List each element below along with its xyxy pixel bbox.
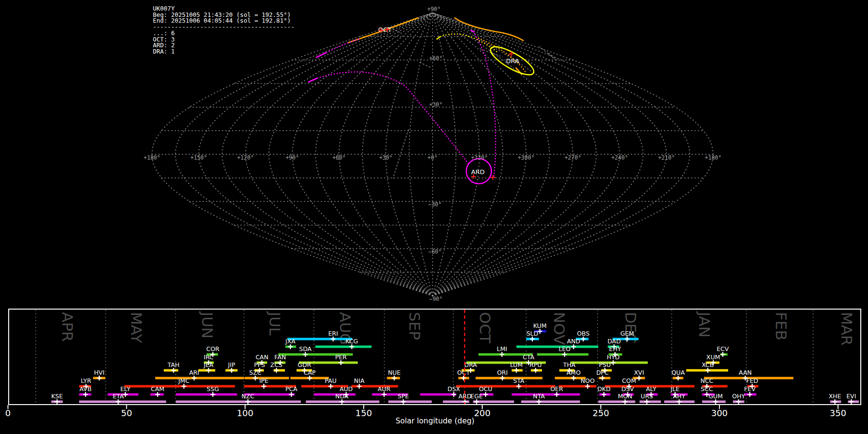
peak-marker (288, 344, 293, 349)
peak-marker (571, 344, 576, 349)
shower-code-label: GDR (298, 361, 311, 368)
session-info: UK007Y Beg: 20251005 21:43:20 (sol = 192… (153, 6, 295, 55)
x-tick-label: 0 (5, 408, 11, 418)
shower-code-label: DAD (608, 338, 621, 345)
shower-code-label: AUR (378, 385, 391, 393)
peak-marker (601, 392, 606, 397)
shower-activity-AVB: AVB (79, 385, 92, 397)
shower-activity-DPC: DPC (596, 369, 610, 380)
peak-marker (676, 376, 680, 380)
longitude-label: +210° (658, 154, 675, 161)
peak-marker (500, 376, 505, 380)
longitude-label: +180° (144, 154, 161, 161)
shower-code-label: COR (206, 345, 220, 353)
shower-code-label: ARI (189, 369, 199, 376)
shower-code-label: ALY (646, 385, 657, 393)
activity-bar (314, 393, 355, 396)
shower-code-label: SSG (207, 385, 219, 393)
month-label-MAR: MAR (838, 312, 855, 346)
shower-code-label: LMI (497, 345, 507, 353)
activity-bar (516, 346, 598, 348)
peak-marker (155, 392, 160, 397)
shower-code-label: ETA (113, 393, 124, 400)
shower-activity-QUA: QUA (672, 369, 685, 380)
peak-marker (339, 360, 343, 365)
shower-code-label: DPC (596, 369, 609, 376)
shower-code-label: ERI (328, 330, 338, 337)
latitude-label: +90° (427, 6, 441, 13)
shower-activity-TAH: TAH (164, 361, 180, 373)
shower-code-label: EVI (846, 393, 856, 400)
shower-code-label: OCT (457, 369, 470, 376)
ARD-meteor-2-extension (317, 72, 469, 164)
peak-marker (392, 376, 397, 380)
latitude-label: +30° (429, 101, 443, 108)
shower-activity-CAP: CAP (290, 369, 329, 380)
peak-marker (623, 399, 627, 404)
radiant-label-DRA: DRA (506, 57, 519, 65)
shower-activity-SLD: SLD (526, 330, 539, 341)
shower-code-label: DSV (622, 385, 635, 393)
shower-code-label: PAU (325, 377, 337, 384)
shower-activity-timeline: APRMAYJUNJULAUGSEPOCTNOVDECJANFEBMAR0501… (5, 309, 861, 418)
shower-activity-EVI: EVI (846, 393, 859, 404)
shower-code-label: FEV (744, 385, 756, 393)
shower-code-label: JMC (178, 377, 190, 384)
shower-activity-JIP: JIP (226, 361, 238, 373)
peak-marker (474, 399, 479, 404)
shower-code-label: KCG (346, 338, 358, 345)
peak-marker (307, 376, 312, 380)
peak-marker (600, 376, 605, 380)
activity-bar (475, 377, 542, 380)
shower-activity-DKD: DKD (597, 385, 610, 397)
ARD-meteor-1-trail (316, 53, 326, 57)
peak-marker (611, 360, 616, 365)
peak-marker (533, 368, 538, 373)
peak-marker (401, 399, 406, 404)
shower-code-label: IRC (203, 353, 214, 361)
shower-code-label: COM (622, 377, 636, 384)
peak-marker (253, 376, 258, 380)
shower-code-label: NDA (335, 393, 349, 400)
peak-marker (644, 399, 649, 404)
shower-activity-LUM: LUM (510, 361, 523, 373)
month-label-JAN: JAN (696, 311, 713, 338)
peak-marker (97, 376, 102, 380)
peak-marker (677, 399, 681, 404)
month-label-MAY: MAY (128, 312, 145, 343)
shower-code-label: AVB (80, 385, 92, 393)
shower-code-label: LYR (81, 377, 91, 384)
peak-marker (357, 384, 362, 389)
shower-code-label: EHY (609, 345, 621, 353)
shower-code-label: JXA (285, 338, 296, 345)
shower-code-label: URS (641, 393, 653, 400)
peak-marker (500, 352, 504, 357)
activity-bar (176, 393, 237, 396)
peak-marker (192, 376, 197, 380)
shower-code-label: PER (335, 353, 347, 361)
peak-marker (849, 399, 854, 404)
shower-code-label: TAH (167, 361, 179, 368)
longitude-label: +150° (190, 154, 207, 161)
shower-code-label: AUD (339, 385, 353, 393)
activity-bar (521, 401, 580, 403)
month-label-NOV: NOV (551, 312, 568, 345)
latitude-label: −30° (428, 201, 442, 208)
x-axis-title: Solar longitude (deg) (395, 417, 475, 425)
longitude-label: +330° (471, 154, 488, 161)
shower-code-label: PCA (285, 385, 298, 393)
peak-marker (289, 392, 294, 397)
peak-marker (331, 337, 336, 341)
shower-code-label: OBS (577, 330, 590, 337)
shower-code-label: PPS (254, 361, 265, 368)
shower-code-label: NTA (533, 393, 545, 400)
ARD-meteor-1-extension (326, 39, 361, 53)
shower-radiants: DRAARDOCT (378, 26, 537, 184)
shower-code-label: THA (563, 361, 576, 368)
OCT-meteor-2-trail (455, 18, 523, 41)
longitude-label: +240° (611, 154, 628, 161)
longitude-label: +120° (237, 154, 254, 161)
shower-code-label: DSX (448, 385, 461, 393)
shower-code-label: ELY (120, 385, 130, 393)
shower-code-label: EGE (471, 393, 483, 400)
